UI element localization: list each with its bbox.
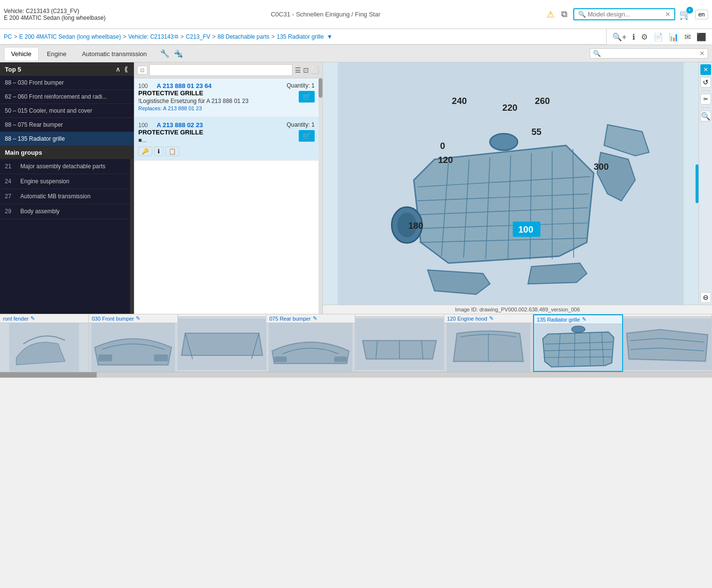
tab-tool-icon1[interactable]: 🔧 (159, 48, 171, 59)
nav-search-input[interactable] (603, 50, 699, 57)
sidebar-zoomin-btn[interactable]: 🔍 (700, 111, 711, 121)
warning-button[interactable]: ⚠ (546, 8, 555, 21)
label-300: 300 (594, 162, 609, 172)
thumb-edit-6[interactable]: ✎ (582, 316, 586, 323)
tab-engine[interactable]: Engine (40, 47, 73, 60)
filter-toolbar-btn[interactable]: ⚙ (639, 31, 650, 43)
label-120: 120 (438, 155, 453, 165)
copy-button[interactable]: ⧉ (559, 7, 569, 21)
breadcrumb-88[interactable]: 88 Detachable parts (218, 33, 269, 40)
thumb-front-fender-label: ront fender ✎ (0, 314, 88, 323)
part-icons-1: 🔑 ℹ 📋 (138, 147, 315, 156)
parts-scrollbar[interactable] (319, 78, 322, 314)
parts-search-input[interactable] (149, 64, 292, 76)
parts-grid-view-btn[interactable]: ⊡ (303, 66, 309, 74)
lang-button[interactable]: en (695, 10, 708, 19)
breadcrumb-c213fv[interactable]: C213_FV (186, 33, 210, 40)
part-code-0[interactable]: A 213 888 01 23 64 (157, 82, 212, 89)
breadcrumb-pc[interactable]: PC (4, 33, 12, 40)
left-panel: Top 5 ∧ ⟪ 88 – 030 Front bumper 62 – 060… (0, 62, 134, 314)
top5-item-4[interactable]: 88 – 135 Radiator grille (0, 132, 134, 146)
breadcrumb: PC > E 200 4MATIC Sedan (long wheelbase)… (0, 29, 606, 44)
vehicle-code: Vehicle: C213143 (C213_FV) (4, 8, 106, 15)
thumb-030-alt[interactable] (178, 314, 267, 372)
thumb-075-rear-bumper[interactable]: 075 Rear bumper ✎ (266, 314, 355, 372)
main-groups-header: Main groups (0, 146, 134, 159)
tab-vehicle[interactable]: Vehicle (4, 47, 39, 60)
thumb-edit-1[interactable]: ✎ (136, 315, 140, 322)
top5-header: Top 5 ∧ ⟪ (0, 62, 134, 76)
thumb-030-alt-img (178, 317, 266, 372)
top5-collapse-btn[interactable]: ∧ (115, 65, 121, 73)
parts-expand-view-btn[interactable]: ⬜ (310, 66, 320, 74)
part-doc-icon-1[interactable]: 📋 (165, 147, 179, 156)
bottom-scrollbar[interactable] (0, 372, 712, 378)
thumb-120-engine-hood[interactable]: 120 Engine hood ✎ (444, 314, 533, 372)
main-groups-list: 21 Major assembly detachable parts 24 En… (0, 159, 130, 314)
breadcrumb-model[interactable]: E 200 4MATIC Sedan (long wheelbase) (19, 33, 121, 40)
model-search-box: 🔍 ✕ (573, 8, 675, 20)
part-cart-btn-1[interactable]: 🛒 (299, 130, 315, 142)
right-sidebar: ✕ ↺ ✂ 🔍 ⊖ (698, 62, 712, 305)
settings-toolbar-btn[interactable]: ⬛ (695, 31, 708, 43)
model-search-input[interactable] (588, 11, 665, 18)
diagram-area: 55 0 120 180 240 260 220 300 100 (323, 62, 712, 305)
groups-scrollbar[interactable] (130, 159, 134, 314)
thumb-075-alt[interactable] (355, 314, 444, 372)
top5-item-0[interactable]: 88 – 030 Front bumper (0, 76, 134, 90)
search-clear-icon[interactable]: ✕ (665, 11, 670, 18)
thumb-front-fender-img (0, 323, 88, 372)
main-group-29[interactable]: 29 Body assembly (0, 204, 130, 219)
nav-search-clear[interactable]: ✕ (699, 50, 705, 57)
document-toolbar-btn[interactable]: 📄 (652, 31, 665, 43)
thumb-edit-3[interactable]: ✎ (313, 315, 317, 322)
part-code-1[interactable]: A 213 888 02 23 (157, 121, 203, 129)
sidebar-scissors-btn[interactable]: ✂ (700, 94, 711, 104)
parts-list-view-btn[interactable]: ☰ (294, 66, 302, 74)
header: Vehicle: C213143 (C213_FV) E 200 4MATIC … (0, 0, 712, 29)
label-180: 180 (408, 220, 423, 231)
parts-toolbar: □ ☰ ⊡ ⬜ (134, 62, 322, 78)
top5-list: 88 – 030 Front bumper 62 – 060 Front rei… (0, 76, 134, 146)
group-num-29: 29 (5, 208, 16, 215)
tab-tool-icon2[interactable]: 🔩 (173, 48, 184, 59)
mail-toolbar-btn[interactable]: ✉ (683, 31, 693, 43)
tab-transmission[interactable]: Automatic transmission (74, 47, 154, 60)
main-group-24[interactable]: 24 Engine suspension (0, 174, 130, 189)
group-label-21: Major assembly detachable parts (20, 163, 105, 170)
sidebar-zoomout-btn[interactable]: ⊖ (700, 292, 711, 303)
top5-expand-btn[interactable]: ⟪ (123, 65, 129, 73)
sidebar-close-btn[interactable]: ✕ (700, 64, 711, 75)
thumb-030-front-bumper[interactable]: 030 Front bumper ✎ (89, 314, 178, 372)
part-key-icon-1[interactable]: 🔑 (138, 147, 152, 156)
thumb-extra[interactable] (623, 314, 712, 372)
part-info-icon-1[interactable]: ℹ (154, 147, 163, 156)
parts-view-icons: ☰ ⊡ ⬜ (294, 66, 320, 74)
main-group-27[interactable]: 27 Automatic MB transmission (0, 189, 130, 204)
wis-toolbar-btn[interactable]: 📊 (667, 31, 681, 43)
thumb-075-alt-img (355, 317, 444, 372)
thumb-front-fender[interactable]: ront fender ✎ (0, 314, 89, 372)
cart-button[interactable]: 🛒 + (679, 9, 691, 20)
label-240: 240 (452, 96, 467, 106)
top5-item-3[interactable]: 88 – 075 Rear bumper (0, 118, 134, 132)
part-note-1: ■... (138, 137, 203, 144)
thumb-135-radiator-grille[interactable]: 135 Radiator grille ✎ (533, 314, 624, 372)
thumb-edit-0[interactable]: ✎ (30, 315, 35, 322)
part-note-0: !Logistische Ersetzung für A 213 888 01 … (138, 98, 248, 104)
part-cart-btn-0[interactable]: 🛒 (299, 91, 315, 103)
breadcrumb-dropdown-btn[interactable]: ▼ (326, 33, 334, 40)
breadcrumb-vehicle[interactable]: Vehicle: C213143 (128, 33, 174, 40)
top5-item-2[interactable]: 50 – 015 Cooler, mount and cover (0, 104, 134, 118)
right-panel: 55 0 120 180 240 260 220 300 100 (323, 62, 712, 314)
main-group-21[interactable]: 21 Major assembly detachable parts (0, 159, 130, 174)
thumb-edit-5[interactable]: ✎ (489, 315, 494, 322)
info-toolbar-btn[interactable]: ℹ (630, 31, 637, 43)
thumb-135-label: 135 Radiator grille ✎ (534, 315, 623, 324)
parts-filter-btn[interactable]: □ (137, 66, 147, 74)
part-header-0: 100 A 213 888 01 23 64 PROTECTIVE GRILLE… (138, 82, 315, 111)
top5-item-1[interactable]: 62 – 060 Front reinforcement and radi... (0, 90, 134, 104)
zoom-in-toolbar-btn[interactable]: 🔍+ (610, 31, 628, 43)
copy-icon-small[interactable]: ⧉ (174, 33, 178, 40)
sidebar-refresh-btn[interactable]: ↺ (700, 77, 711, 88)
